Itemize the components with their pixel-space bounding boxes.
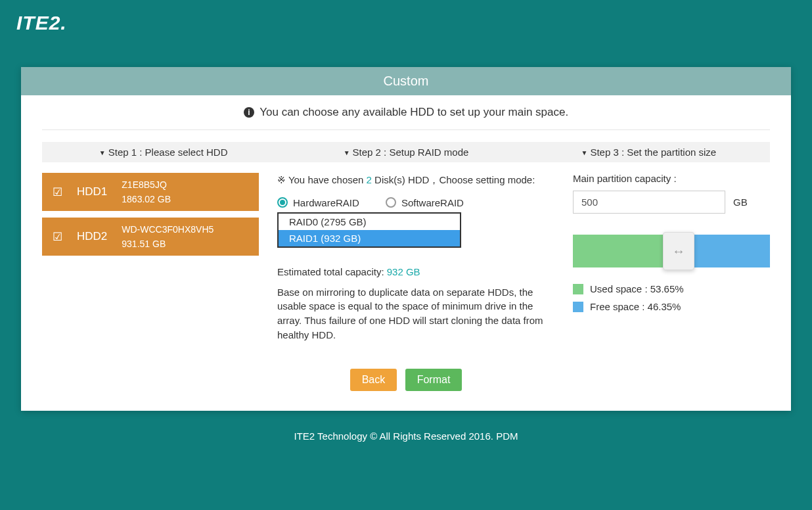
- hdd-name: HDD1: [77, 185, 107, 198]
- action-buttons: Back Format: [21, 342, 791, 403]
- raid-option[interactable]: RAID1 (932 GB): [279, 230, 460, 246]
- sw-raid-label: SoftwareRAID: [401, 197, 464, 208]
- steps-header-row: ▼Step 1 : Please select HDD ▼Step 2 : Se…: [42, 142, 770, 162]
- usage-slider[interactable]: ↔: [573, 235, 770, 267]
- radio-unchecked-icon: [386, 197, 396, 208]
- partition-size-input[interactable]: [573, 191, 725, 214]
- step1-label: Step 1 : Please select HDD: [108, 147, 228, 158]
- hdd-name: HDD2: [77, 230, 107, 243]
- hardware-raid-radio[interactable]: HardwareRAID: [277, 197, 359, 208]
- step1-header: ▼Step 1 : Please select HDD: [42, 142, 284, 162]
- brand-logo: ITE2.: [0, 0, 812, 34]
- check-icon: ☑: [53, 185, 62, 199]
- hdd-serial: Z1E8B5JQ: [122, 179, 171, 190]
- unit-label: GB: [733, 197, 748, 208]
- drag-icon: ↔: [672, 244, 685, 259]
- step3-header: ▼Step 3 : Set the partition size: [528, 142, 770, 162]
- chosen-suffix: Disk(s) HDD，Choose setting mode:: [372, 174, 535, 185]
- step2-label: Step 2 : Setup RAID mode: [353, 147, 469, 158]
- legend-swatch-free: [573, 302, 583, 312]
- panel-title: Custom: [21, 67, 791, 95]
- raid-config: ※ You have chosen 2 Disk(s) HDD，Choose s…: [277, 173, 554, 342]
- partition-config: Main partition capacity : GB ↔ Used spac…: [573, 173, 770, 342]
- hdd-item[interactable]: ☑ HDD2 WD-WCC3F0HX8VH5 931.51 GB: [42, 218, 259, 256]
- back-button[interactable]: Back: [350, 369, 397, 391]
- caret-down-icon: ▼: [99, 149, 106, 156]
- raid-description: Base on mirroring to duplicate data on s…: [277, 285, 554, 342]
- chosen-text: ※ You have chosen 2 Disk(s) HDD，Choose s…: [277, 173, 554, 188]
- est-value: 932 GB: [387, 266, 420, 277]
- radio-checked-icon: [277, 197, 288, 208]
- info-text: You can choose any available HDD to set …: [259, 106, 568, 118]
- hdd-list: ☑ HDD1 Z1E8B5JQ 1863.02 GB ☑ HDD2 WD-WCC…: [42, 173, 259, 342]
- chosen-prefix: ※ You have chosen: [277, 174, 367, 185]
- main-panel: Custom i You can choose any available HD…: [21, 67, 791, 411]
- raid-option[interactable]: RAID0 (2795 GB): [279, 214, 460, 230]
- est-label: Estimated total capacity:: [277, 266, 387, 277]
- hw-raid-label: HardwareRAID: [293, 197, 359, 208]
- divider: [42, 129, 770, 130]
- legend-swatch-used: [573, 284, 583, 294]
- partition-label: Main partition capacity :: [573, 173, 770, 184]
- slider-handle[interactable]: ↔: [663, 232, 694, 270]
- usage-legend: Used space : 53.65% Free space : 46.35%: [573, 283, 770, 312]
- caret-down-icon: ▼: [581, 149, 587, 156]
- step2-header: ▼Step 2 : Setup RAID mode: [284, 142, 527, 162]
- estimated-capacity: Estimated total capacity: 932 GB: [277, 266, 554, 277]
- software-raid-radio[interactable]: SoftwareRAID: [386, 197, 464, 208]
- chosen-count: 2: [367, 174, 372, 185]
- raid-mode-select[interactable]: RAID0 (2795 GB) RAID1 (932 GB): [277, 212, 461, 248]
- step3-label: Step 3 : Set the partition size: [590, 147, 716, 158]
- caret-down-icon: ▼: [344, 149, 350, 156]
- info-icon: i: [244, 107, 254, 118]
- hdd-size: 931.51 GB: [122, 239, 214, 249]
- hdd-item[interactable]: ☑ HDD1 Z1E8B5JQ 1863.02 GB: [42, 173, 259, 211]
- format-button[interactable]: Format: [405, 369, 462, 391]
- hdd-serial: WD-WCC3F0HX8VH5: [122, 224, 214, 235]
- used-space-label: Used space : 53.65%: [590, 283, 684, 294]
- info-message: i You can choose any available HDD to se…: [21, 95, 791, 129]
- free-space-label: Free space : 46.35%: [590, 301, 681, 312]
- hdd-size: 1863.02 GB: [122, 194, 171, 204]
- footer-text: ITE2 Technology © All Rights Reserved 20…: [0, 411, 812, 442]
- check-icon: ☑: [53, 230, 62, 244]
